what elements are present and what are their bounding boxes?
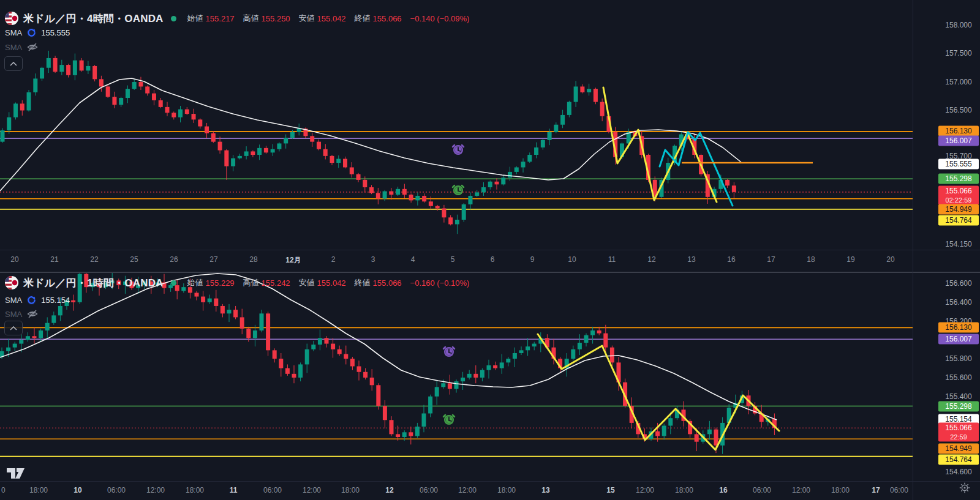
time-tick: 3	[371, 255, 375, 264]
pane-1h-sma-row: SMA 155.154	[5, 294, 70, 305]
plot-area-1h	[0, 266, 913, 457]
high-value: 155.242	[262, 278, 290, 288]
collapse-pane-4h-button[interactable]	[4, 56, 23, 71]
price-label-156.130: 156.130	[938, 323, 979, 333]
time-tick: 0	[1, 486, 6, 494]
time-tick: 18:00	[831, 486, 850, 494]
market-status-dot	[171, 280, 176, 286]
collapse-pane-1h-button[interactable]	[4, 321, 23, 335]
time-tick: 15	[606, 486, 614, 494]
low-label: 安値	[299, 277, 315, 288]
sma-sync-icon[interactable]	[26, 28, 37, 38]
time-tick: 12:00	[458, 486, 477, 494]
time-tick: 6	[491, 255, 495, 264]
time-tick: 12:00	[303, 486, 321, 494]
price-alert-icon[interactable]	[453, 185, 464, 195]
usdjpy-flag-icon	[5, 276, 18, 289]
time-tick: 06:00	[890, 486, 908, 494]
time-tick: 18:00	[29, 486, 48, 494]
time-tick: 16	[719, 486, 727, 494]
time-tick: 19	[846, 255, 854, 264]
sma2-label[interactable]: SMA	[5, 310, 22, 319]
time-tick: 12:00	[146, 486, 165, 494]
sma-value: 155.555	[41, 28, 70, 37]
axis-separator-bottom	[0, 481, 980, 482]
low-value: 155.042	[317, 278, 346, 288]
time-tick: 21	[50, 255, 58, 264]
time-tick: 4	[411, 255, 415, 264]
sma2-label[interactable]: SMA	[5, 43, 22, 52]
change-value: −0.160 (−0.10%)	[410, 278, 470, 288]
pane-4h-header: 米ドル／円・4時間・OANDA 始値155.217 高値155.250 安値15…	[5, 11, 469, 26]
chevron-up-icon	[10, 326, 17, 330]
low-label: 安値	[299, 13, 315, 24]
eye-off-icon[interactable]	[26, 42, 39, 53]
time-tick: 18:00	[675, 486, 693, 494]
sma-label[interactable]: SMA	[5, 296, 22, 305]
time-tick: 5	[451, 255, 455, 264]
price-tick: 156.400	[938, 298, 979, 307]
time-tick: 27	[209, 255, 217, 264]
close-label: 終値	[355, 277, 371, 288]
time-tick: 12	[647, 255, 655, 264]
price-scale-1h[interactable]: 156.600156.400156.200155.800155.600155.4…	[913, 0, 980, 500]
open-value: 155.217	[206, 14, 235, 23]
open-label: 始値	[187, 13, 203, 24]
pane-4h-sma-row: SMA 155.555	[5, 27, 70, 38]
time-axis-1h[interactable]: 018:001006:0012:0018:001106:0012:0018:00…	[0, 486, 913, 498]
close-label: 終値	[355, 13, 371, 24]
low-value: 155.042	[317, 14, 346, 23]
time-tick: 17	[872, 486, 880, 494]
high-value: 155.250	[262, 14, 290, 23]
close-value: 155.066	[373, 14, 402, 23]
time-tick: 12	[385, 486, 393, 494]
pane-1h-sma2-row: SMA	[5, 308, 39, 319]
market-status-dot	[171, 16, 176, 21]
time-tick: 10	[568, 255, 576, 264]
eye-off-icon[interactable]	[26, 308, 39, 319]
time-tick: 18:00	[186, 486, 204, 494]
time-tick: 12:00	[792, 486, 810, 494]
price-tick: 155.600	[938, 373, 979, 382]
price-alert-icon[interactable]	[443, 415, 454, 425]
pane-divider[interactable]	[0, 272, 980, 273]
symbol-title[interactable]: 米ドル／円・1時間・OANDA	[23, 276, 164, 290]
open-label: 始値	[187, 277, 203, 288]
time-tick: 10	[74, 486, 81, 494]
time-tick: 20	[10, 255, 18, 264]
time-tick: 2	[331, 255, 336, 264]
high-label: 高値	[243, 277, 259, 288]
time-tick: 06:00	[107, 486, 126, 494]
symbol-title[interactable]: 米ドル／円・4時間・OANDA	[23, 12, 164, 26]
open-value: 155.229	[206, 278, 235, 288]
usdjpy-flag-icon	[5, 12, 18, 25]
time-tick: 11	[608, 255, 616, 264]
sma-label[interactable]: SMA	[5, 28, 22, 37]
chevron-up-icon	[10, 62, 17, 66]
time-axis-4h[interactable]: 2021222526272812月23456910111213161718192…	[0, 255, 913, 267]
price-label-154.949: 154.949	[938, 444, 979, 454]
price-tick: 156.600	[938, 279, 979, 288]
price-alert-icon[interactable]	[443, 347, 454, 357]
time-tick: 16	[727, 255, 735, 264]
close-value: 155.066	[373, 278, 402, 288]
tradingview-logo[interactable]	[6, 468, 26, 482]
sma-sync-icon[interactable]	[26, 295, 37, 305]
price-alert-icon[interactable]	[453, 145, 464, 155]
time-tick: 22	[90, 255, 98, 264]
price-label-155.298: 155.298	[938, 401, 979, 412]
price-tick: 155.400	[938, 392, 979, 401]
axis-settings-gear-icon[interactable]	[959, 482, 970, 496]
time-tick: 06:00	[420, 486, 438, 494]
time-tick: 18:00	[497, 486, 516, 494]
time-tick: 06:00	[753, 486, 771, 494]
time-tick: 17	[767, 255, 775, 264]
time-tick: 13	[541, 486, 549, 494]
plot-area-4h	[0, 51, 913, 234]
price-label-156.007: 156.007	[938, 334, 979, 345]
high-label: 高値	[243, 13, 259, 24]
time-tick: 18:00	[341, 486, 360, 494]
tradingview-chart-window: 米ドル／円・4時間・OANDA 始値155.217 高値155.250 安値15…	[0, 0, 980, 500]
time-tick: 06:00	[263, 486, 282, 494]
axis-separator-top	[0, 250, 980, 250]
